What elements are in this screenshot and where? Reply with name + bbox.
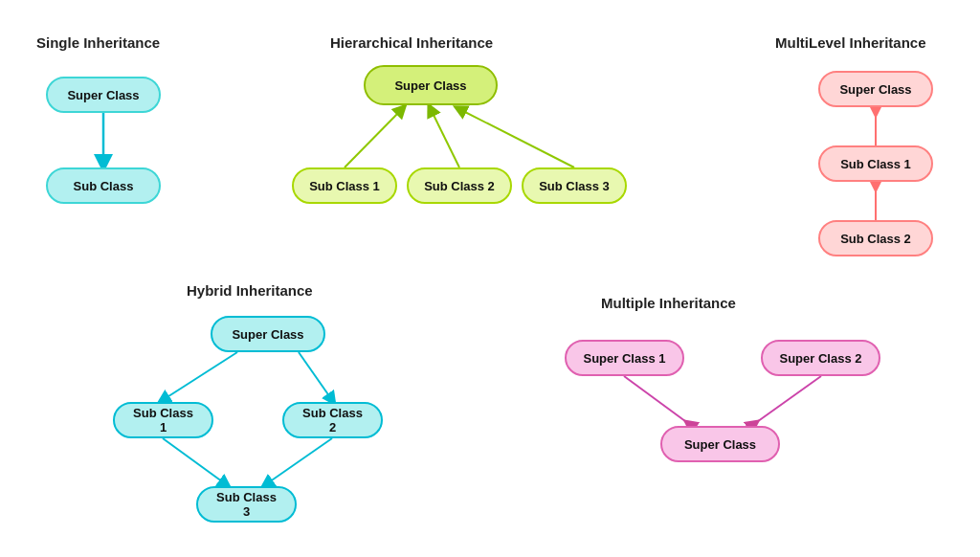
title-multiple: Multiple Inheritance <box>601 295 736 311</box>
mul-super-class-1: Super Class 1 <box>565 340 684 376</box>
hi-sub-class-1: Sub Class 1 <box>292 167 397 204</box>
title-multilevel: MultiLevel Inheritance <box>775 34 926 51</box>
hyb-sub-class-3: Sub Class 3 <box>196 486 297 523</box>
mul-sub-class: Super Class <box>660 426 780 462</box>
hi-sub-class-2: Sub Class 2 <box>407 167 512 204</box>
svg-line-3 <box>459 109 574 167</box>
hi-sub-class-3: Sub Class 3 <box>522 167 627 204</box>
hyb-sub-class-2: Sub Class 2 <box>282 402 383 438</box>
si-sub-class: Sub Class <box>46 167 161 204</box>
svg-line-9 <box>266 438 332 484</box>
svg-line-7 <box>299 352 332 400</box>
svg-line-11 <box>754 376 821 424</box>
svg-line-1 <box>345 109 402 167</box>
hyb-super-class: Super Class <box>211 316 325 352</box>
svg-line-2 <box>431 109 459 167</box>
title-hybrid: Hybrid Inheritance <box>187 282 313 299</box>
ml-sub-class-2: Sub Class 2 <box>818 220 933 256</box>
ml-super-class: Super Class <box>818 71 933 107</box>
diagram-container: Single Inheritance Hierarchical Inherita… <box>0 0 980 557</box>
svg-line-8 <box>163 438 226 484</box>
hyb-sub-class-1: Sub Class 1 <box>113 402 213 438</box>
title-single: Single Inheritance <box>36 34 160 51</box>
ml-sub-class-1: Sub Class 1 <box>818 145 933 182</box>
mul-super-class-2: Super Class 2 <box>761 340 880 376</box>
svg-line-10 <box>624 376 689 424</box>
title-hierarchical: Hierarchical Inheritance <box>330 34 493 51</box>
hi-super-class: Super Class <box>364 65 498 105</box>
si-super-class: Super Class <box>46 77 161 113</box>
svg-line-6 <box>163 352 237 400</box>
